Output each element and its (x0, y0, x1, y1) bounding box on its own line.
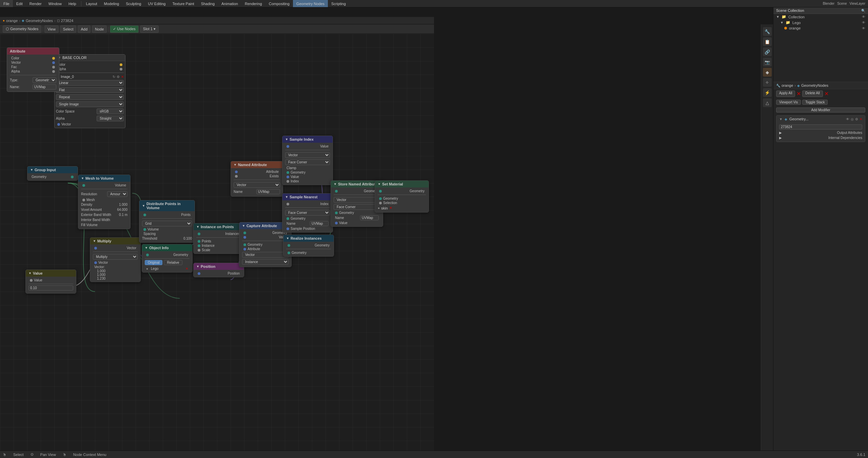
si-value-in[interactable] (287, 176, 289, 178)
camera-icon[interactable]: 📷 (763, 58, 772, 66)
iop-points-in[interactable] (198, 240, 200, 243)
modifier-close-icon[interactable]: ✕ (860, 117, 862, 121)
delete-all-close[interactable]: ✕ (824, 91, 829, 97)
output-attrs-expand[interactable]: ▶ (779, 131, 782, 135)
mat-alpha-socket[interactable] (120, 68, 122, 71)
toggle-stack-btn[interactable]: Toggle Stack (802, 100, 828, 105)
object-data-icon[interactable]: △ (763, 98, 772, 107)
sm-geom-in[interactable] (379, 197, 382, 200)
select-menu-btn[interactable]: Select (60, 25, 77, 33)
image-settings-btn[interactable]: ⚙ (117, 75, 120, 79)
mtv-volume-socket-out[interactable] (82, 184, 85, 187)
slot-selector[interactable]: Slot 1 ▾ (140, 25, 159, 33)
modifier-eye-icon[interactable]: 👁 (846, 117, 849, 121)
projection-select[interactable]: Flat (56, 87, 124, 93)
collection-item-root[interactable]: ▼ 📁 Collection 👁 (773, 14, 868, 20)
dist-points-out[interactable] (143, 214, 146, 216)
apply-all-close[interactable]: ✕ (796, 91, 801, 97)
sna-geom-in[interactable] (335, 212, 338, 214)
tab-modeling[interactable]: Modeling (101, 0, 123, 7)
view-menu-btn[interactable]: View (44, 25, 59, 33)
attr-name-input[interactable] (33, 84, 56, 89)
breadcrumb-object[interactable]: orange (6, 19, 18, 23)
value-input[interactable] (28, 285, 73, 291)
obj-info-geometry-out[interactable] (146, 254, 149, 256)
value-out-socket[interactable] (30, 279, 33, 282)
mtv-resolution-select[interactable]: Amount (107, 191, 127, 197)
menu-file[interactable]: File (0, 0, 13, 7)
multiply-mode-select[interactable]: Multiply (93, 254, 138, 260)
menu-edit[interactable]: Edit (13, 0, 26, 7)
collection-lego[interactable]: ▼ 📁 Lego 👁 (773, 20, 868, 25)
ca-geom-in[interactable] (243, 243, 246, 246)
si-index-in[interactable] (287, 180, 289, 183)
ca-attr-in[interactable] (243, 248, 246, 251)
attr-alpha-socket[interactable] (52, 70, 55, 73)
ca-type-select[interactable]: Vector (242, 252, 289, 258)
eye-icon-lego[interactable]: 👁 (862, 21, 865, 24)
color-space-select[interactable]: sRGB (97, 108, 124, 114)
breadcrumb-id[interactable]: 273824 (61, 19, 74, 23)
delete-all-btn[interactable]: Delete All (802, 91, 823, 97)
tab-shading[interactable]: Shading (198, 0, 218, 7)
modifier-render-icon[interactable]: ◎ (851, 117, 854, 121)
obj-info-clear-btn[interactable]: ✕ (185, 267, 188, 271)
tab-compositing[interactable]: Compositing (265, 0, 293, 7)
iop-scale-in[interactable] (198, 249, 200, 252)
sn-name-input[interactable] (310, 221, 329, 226)
tab-texture-paint[interactable]: Texture Paint (169, 0, 197, 7)
na-name-input[interactable] (256, 189, 280, 194)
material-icon[interactable]: ◆ (763, 68, 772, 77)
mat-vector-input[interactable] (57, 123, 60, 126)
dist-volume-in[interactable] (143, 228, 146, 231)
add-menu-btn[interactable]: Add (78, 25, 91, 33)
si-domain-select[interactable]: Face Corner (285, 159, 330, 165)
tab-rendering[interactable]: Rendering (241, 0, 265, 7)
extension-select[interactable]: Repeat (56, 94, 124, 100)
group-input-geometry-socket[interactable] (71, 176, 74, 178)
position-out[interactable] (198, 272, 200, 275)
eye-icon-orange[interactable]: 👁 (862, 26, 865, 30)
internal-deps-expand[interactable]: ▶ (779, 136, 782, 140)
na-type-select[interactable]: Vector (234, 182, 280, 188)
dist-mode-select[interactable]: Grid (142, 221, 192, 226)
sna-domain-select[interactable]: Face Corner (334, 204, 380, 210)
si-geom-in[interactable] (287, 171, 289, 174)
interpolation-select[interactable]: Linear (56, 80, 124, 86)
sna-type-select[interactable]: Vector (334, 197, 380, 203)
multiply-out-socket[interactable] (94, 247, 97, 250)
na-exists-out[interactable] (235, 175, 238, 178)
sn-geom-in[interactable] (287, 217, 289, 220)
obj-info-original-btn[interactable]: Original (145, 260, 162, 265)
attr-vector-socket[interactable] (52, 61, 55, 64)
viewport-vis-btn[interactable]: Viewport Vis (776, 100, 801, 105)
ca-geom-out[interactable] (243, 232, 246, 234)
ca-value-out[interactable] (243, 236, 246, 239)
na-attr-out[interactable] (235, 171, 238, 173)
ri-geom-in[interactable] (288, 252, 290, 254)
properties-icon[interactable]: 📋 (763, 37, 772, 46)
tab-geometry-nodes[interactable]: Geometry Nodes (293, 0, 328, 7)
si-value-out[interactable] (287, 145, 289, 148)
image-remove-btn[interactable]: ✕ (121, 75, 124, 79)
particles-icon[interactable]: ✧ (763, 78, 772, 87)
source-select[interactable]: Single Image (56, 101, 124, 107)
sna-name-input[interactable] (360, 215, 379, 220)
obj-info-relative-btn[interactable]: Relative (164, 260, 182, 265)
constraints-icon[interactable]: 🔗 (763, 47, 772, 56)
breadcrumb-geonodes[interactable]: GeometryNodes (26, 19, 53, 23)
sn-domain-select[interactable]: Face Corner (285, 210, 330, 216)
sna-geom-out[interactable] (335, 190, 338, 193)
sn-index-out[interactable] (287, 203, 289, 205)
add-modifier-btn[interactable]: Add Modifier (773, 106, 868, 114)
sn-pos-in[interactable] (287, 227, 289, 230)
tab-layout[interactable]: Layout (83, 0, 101, 7)
attr-color-socket[interactable] (52, 57, 55, 60)
si-datatype-select[interactable]: Vector (285, 152, 330, 158)
alpha-select[interactable]: Straight (97, 116, 124, 121)
tab-sculpting[interactable]: Sculpting (122, 0, 144, 7)
attr-fac-socket[interactable] (52, 66, 55, 68)
ca-domain-select[interactable]: Instance (242, 259, 289, 265)
modifier-settings-icon[interactable]: ⚙ (855, 117, 858, 121)
attr-type-select[interactable]: Geometry (33, 77, 56, 83)
